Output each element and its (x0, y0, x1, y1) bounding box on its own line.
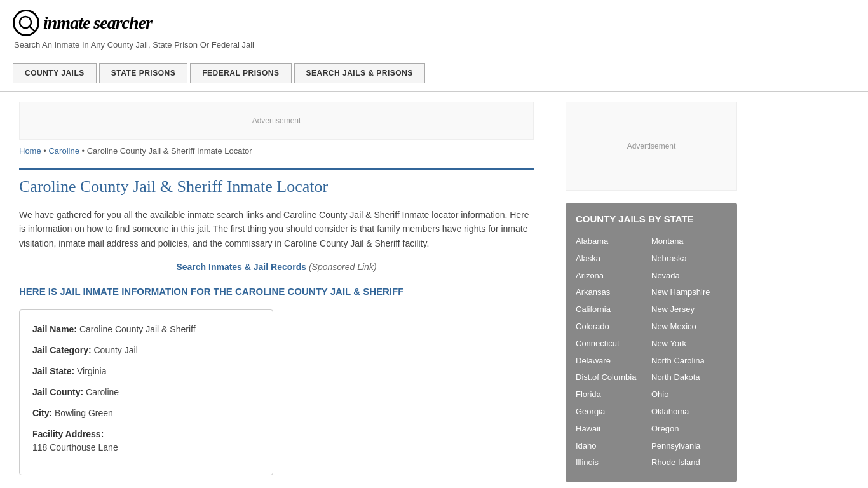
content-area: Advertisement Home • Caroline • Caroline… (0, 92, 553, 488)
logo-icon (13, 10, 39, 36)
jail-state-val: Virginia (77, 366, 106, 376)
state-col-left: AlabamaAlaskaArizonaArkansasCaliforniaCo… (576, 233, 651, 471)
county-jails-btn[interactable]: COUNTY JAILS (13, 63, 97, 83)
state-link-hawaii[interactable]: Hawaii (576, 421, 651, 438)
search-inmates-link[interactable]: Search Inmates & Jail Records (176, 262, 306, 272)
state-link-new-york[interactable]: New York (651, 336, 727, 353)
county-jails-by-state-box: COUNTY JAILS BY STATE AlabamaAlaskaArizo… (566, 203, 737, 482)
state-link-idaho[interactable]: Idaho (576, 438, 651, 455)
state-link-georgia[interactable]: Georgia (576, 403, 651, 421)
state-link-connecticut[interactable]: Connecticut (576, 336, 651, 353)
description-text: We have gathered for you all the availab… (19, 208, 534, 250)
state-link-new-hampshire[interactable]: New Hampshire (651, 284, 727, 301)
jail-info-heading: HERE IS JAIL INMATE INFORMATION FOR THE … (19, 285, 534, 298)
jail-name-row: Jail Name: Caroline County Jail & Sherif… (32, 323, 260, 336)
state-link-california[interactable]: California (576, 301, 651, 318)
main-layout: Advertisement Home • Caroline • Caroline… (0, 92, 868, 488)
jail-address-row: Facility Address: 118 Courthouse Lane (32, 428, 260, 454)
state-link-rhode-island[interactable]: Rhode Island (651, 454, 727, 471)
state-link-oregon[interactable]: Oregon (651, 421, 727, 438)
jail-city-val: Bowling Green (55, 408, 113, 418)
state-link-delaware[interactable]: Delaware (576, 353, 651, 370)
logo-text: inmate searcher (43, 13, 152, 33)
jail-address-value: 118 Courthouse Lane (32, 442, 118, 452)
logo-area: inmate searcher (13, 10, 855, 36)
search-link-section: Search Inmates & Jail Records (Sponsored… (19, 262, 534, 272)
state-col-right: MontanaNebraskaNevadaNew HampshireNew Je… (651, 233, 727, 471)
breadcrumb-home[interactable]: Home (19, 146, 41, 156)
jail-category-label: Jail Category: (32, 345, 92, 355)
navigation: COUNTY JAILS STATE PRISONS FEDERAL PRISO… (0, 55, 868, 92)
state-link-new-jersey[interactable]: New Jersey (651, 301, 727, 318)
jail-details-box: Jail Name: Caroline County Jail & Sherif… (19, 309, 273, 475)
header: inmate searcher Search An Inmate In Any … (0, 0, 868, 55)
state-link-north-dakota[interactable]: North Dakota (651, 369, 727, 386)
state-link-distof-columbia[interactable]: Dist.of Columbia (576, 369, 651, 386)
state-link-nebraska[interactable]: Nebraska (651, 250, 727, 268)
state-link-nevada[interactable]: Nevada (651, 268, 727, 285)
federal-prisons-btn[interactable]: FEDERAL PRISONS (190, 63, 291, 83)
state-link-arizona[interactable]: Arizona (576, 268, 651, 285)
ad-banner: Advertisement (19, 102, 534, 140)
state-link-pennsylvania[interactable]: Pennsylvania (651, 438, 727, 455)
sidebar-ad: Advertisement (566, 102, 737, 191)
svg-line-1 (29, 26, 34, 30)
tagline: Search An Inmate In Any County Jail, Sta… (14, 40, 855, 50)
jail-category-val: County Jail (93, 345, 137, 355)
jail-state-label: Jail State: (32, 366, 74, 376)
jail-state-row: Jail State: Virginia (32, 365, 260, 378)
jail-county-row: Jail County: Caroline (32, 386, 260, 399)
state-link-arkansas[interactable]: Arkansas (576, 284, 651, 301)
jail-name-val: Caroline County Jail & Sheriff (79, 324, 196, 334)
jail-county-val: Caroline (86, 387, 119, 397)
breadcrumb-parent[interactable]: Caroline (48, 146, 79, 156)
state-link-new-mexico[interactable]: New Mexico (651, 318, 727, 336)
breadcrumb: Home • Caroline • Caroline County Jail &… (19, 146, 534, 156)
state-prisons-btn[interactable]: STATE PRISONS (99, 63, 187, 83)
state-link-north-carolina[interactable]: North Carolina (651, 353, 727, 370)
state-box-title: COUNTY JAILS BY STATE (576, 214, 727, 224)
state-link-colorado[interactable]: Colorado (576, 318, 651, 336)
state-link-alaska[interactable]: Alaska (576, 250, 651, 268)
state-columns: AlabamaAlaskaArizonaArkansasCaliforniaCo… (576, 233, 727, 471)
state-link-illinois[interactable]: Illinois (576, 454, 651, 471)
jail-city-label: City: (32, 408, 52, 418)
sidebar: Advertisement COUNTY JAILS BY STATE Alab… (553, 92, 750, 488)
state-link-ohio[interactable]: Ohio (651, 386, 727, 403)
state-link-florida[interactable]: Florida (576, 386, 651, 403)
breadcrumb-current: Caroline County Jail & Sheriff Inmate Lo… (87, 146, 252, 156)
jail-address-label: Facility Address: (32, 429, 104, 439)
jail-city-row: City: Bowling Green (32, 407, 260, 420)
jail-name-label: Jail Name: (32, 324, 77, 334)
state-link-montana[interactable]: Montana (651, 233, 727, 250)
jail-category-row: Jail Category: County Jail (32, 344, 260, 357)
search-jails-btn[interactable]: SEARCH JAILS & PRISONS (294, 63, 425, 83)
sponsored-text: (Sponsored Link) (309, 262, 377, 272)
state-link-alabama[interactable]: Alabama (576, 233, 651, 250)
page-title: Caroline County Jail & Sheriff Inmate Lo… (19, 168, 534, 196)
jail-county-label: Jail County: (32, 387, 83, 397)
state-link-oklahoma[interactable]: Oklahoma (651, 403, 727, 421)
